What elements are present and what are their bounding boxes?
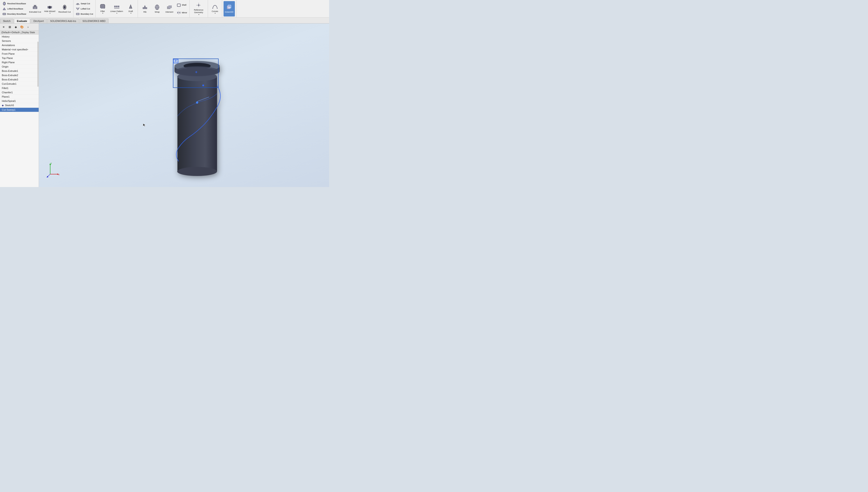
extruded-cut-button[interactable]: Extruded Cut [28,1,42,17]
svg-rect-13 [100,4,105,9]
sidebar-item-material[interactable]: Material <not specified> [0,47,39,52]
swept-cut-label: Swept Cut [81,2,90,5]
sidebar-item-front-plane[interactable]: Front Plane [0,52,39,56]
instant3d-button[interactable]: 3D Instant3D [224,1,235,17]
3d-viewport[interactable]: + P y x [39,24,329,187]
sidebar-item-fillet1[interactable]: Fillet1 [0,86,39,90]
instant3d-label: Instant3D [225,11,234,13]
toolbar-group-cut: Swept Cut Lofted Cut Boundary Cut [73,0,96,17]
svg-point-48 [196,101,198,104]
intersect-button[interactable]: Intersect [164,1,175,17]
svg-point-33 [217,8,218,9]
curves-label: Curves [212,10,218,13]
svg-rect-15 [116,6,118,7]
tab-dimxpert[interactable]: DimXpert [30,19,47,23]
wrap-icon [154,4,160,10]
tab-sketch[interactable]: Sketch [0,19,14,23]
curves-icon [212,3,218,10]
curves-button[interactable]: Curves ▼ [209,1,220,17]
wrap-button[interactable]: Wrap [151,1,163,17]
mirror-label: Mirror [182,11,187,14]
rib-button[interactable]: Rib [139,1,150,17]
sidebar-item-origin[interactable]: Origin [0,65,39,69]
lofted-cut-icon [76,7,80,11]
sidebar-item-helix-spiral1[interactable]: Helix/Spiral1 [0,99,39,103]
axes-svg: y x [46,162,62,177]
revolved-boss-button[interactable]: Revolved Boss/Base [1,1,27,6]
rib-icon [142,4,148,10]
fillet-button[interactable]: Fillet ▼ [97,1,108,17]
tab-solidworks-addins[interactable]: SOLIDWORKS Add-Ins [47,19,79,23]
loft-icon [2,7,6,11]
curves-dropdown[interactable]: ▼ [214,13,216,14]
sidebar-item-boss-extrude3[interactable]: Boss-Extrude3 [0,77,39,82]
svg-rect-14 [114,6,116,7]
sidebar-item-boss-extrude2[interactable]: Boss-Extrude2 [0,73,39,77]
svg-rect-25 [177,4,180,6]
tab-bar: Sketch Evaluate DimXpert SOLIDWORKS Add-… [0,18,329,24]
hole-wizard-label: Hole Wizard [44,10,55,13]
sidebar-item-cut-extrude1[interactable]: Cut-Extrude1 [0,82,39,86]
sidebar-item-right-plane[interactable]: Right Plane [0,60,39,65]
boundary-boss-button[interactable]: Boundary Boss/Base [1,12,27,16]
sidebar-item-plane1[interactable]: Plane1 [0,95,39,99]
fillet-dropdown[interactable]: ▼ [102,13,103,14]
sidebar-scrollbar[interactable] [37,42,39,87]
model-label-box: P [173,59,178,63]
ref-geom-dropdown[interactable]: ▼ [198,14,200,15]
sidebar-item-sensors[interactable]: Sensors [0,39,39,43]
lofted-cut-button[interactable]: Lofted Cut [75,6,94,11]
svg-marker-20 [144,5,146,7]
shell-button[interactable]: Shell [176,3,188,7]
hole-wizard-button[interactable]: Hole Wizard ▼ [43,1,56,17]
boundary-cut-button[interactable]: Boundary Cut [75,12,94,16]
toolbar-group-instant3d: 3D Instant3D [222,0,236,17]
sidebar-header: (Default<<Default>_Display State [0,30,39,34]
hole-wizard-dropdown[interactable]: ▼ [49,13,51,14]
reference-geometry-label: Reference Geometry [192,9,205,14]
boundary-cut-label: Boundary Cut [81,13,93,15]
sidebar-item-sketch5[interactable]: ◆ Sketch5 [0,103,39,108]
tab-solidworks-mbd[interactable]: SOLIDWORKS MBD [79,19,109,23]
linear-pattern-button[interactable]: Linear Pattern ▼ [109,1,124,17]
wrap-label: Wrap [155,11,160,13]
revolved-cut-button[interactable]: Revolved Cut [57,1,72,17]
draft-label: Draft [128,10,133,13]
sidebar-item-history[interactable]: History [0,34,39,39]
revolved-boss-label: Revolved Boss/Base [7,2,26,5]
sidebar-expand-btn[interactable]: › [25,24,31,30]
sidebar-tree-btn[interactable]: ⊞ [7,24,13,30]
lofted-boss-label: Lofted Boss/Base [7,8,23,10]
draft-button[interactable]: Draft ▼ [125,1,136,17]
sidebar-list-btn[interactable]: ≡ [1,24,6,30]
sidebar-item-cut-sweep1[interactable]: Cut-Sweep1 [0,108,39,112]
mirror-button[interactable]: Mirror [176,10,188,15]
sidebar-filter-btn[interactable]: ◈ [13,24,19,30]
shell-label: Shell [182,4,186,6]
svg-point-32 [212,8,213,9]
tab-evaluate[interactable]: Evaluate [14,19,30,23]
swept-cut-button[interactable]: Swept Cut [75,1,94,6]
lofted-boss-button[interactable]: Lofted Boss/Base [1,6,27,11]
draft-dropdown[interactable]: ▼ [130,13,132,14]
svg-marker-27 [179,11,180,14]
sidebar-item-annotations[interactable]: Annotations [0,43,39,47]
instant3d-icon: 3D [226,4,232,10]
revolve-cut-icon [62,4,68,10]
sidebar-color-btn[interactable]: 🎨 [19,24,25,30]
svg-rect-37 [178,77,217,171]
sidebar-item-chamfer1[interactable]: Chamfer1 [0,90,39,95]
sidebar-item-boss-extrude1[interactable]: Boss-Extrude1 [0,69,39,73]
svg-point-8 [64,6,65,8]
reference-geometry-button[interactable]: Reference Geometry ▼ [191,1,206,17]
svg-rect-16 [118,6,119,7]
linear-pattern-dropdown[interactable]: ▼ [116,13,118,14]
sidebar-item-top-plane[interactable]: Top Plane [0,56,39,60]
toolbar-group-features: Fillet ▼ Linear Pattern ▼ Draft ▼ [96,0,138,17]
draft-icon [127,3,134,10]
rib-label: Rib [143,11,146,13]
boundary-cut-icon [76,12,80,16]
toolbar-group-boss: Revolved Boss/Base Lofted Boss/Base Boun… [0,0,73,17]
svg-rect-19 [143,7,147,9]
svg-rect-24 [168,6,170,8]
